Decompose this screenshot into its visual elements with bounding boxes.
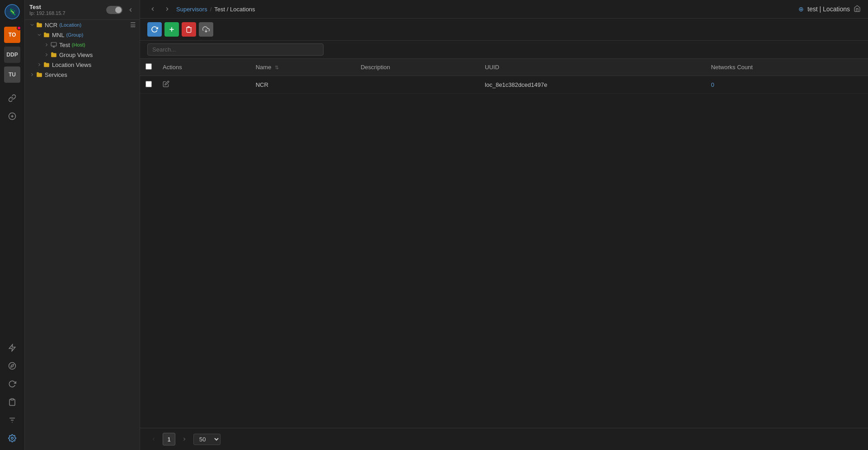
- table-row: NCR loc_8e1c382dced1497e 0: [140, 76, 868, 94]
- tree-label-group-views: Group Views: [59, 52, 93, 58]
- location-pin-icon: ⊕: [798, 5, 804, 13]
- sidebar-toggle[interactable]: [106, 6, 122, 14]
- header-actions: Actions: [157, 59, 250, 76]
- link-icon[interactable]: [4, 90, 20, 106]
- tree-menu-icon[interactable]: ☰: [130, 21, 136, 28]
- tree-label-test: Test: [59, 42, 70, 48]
- header-name-label: Name: [256, 64, 272, 71]
- tree-label-services: Services: [45, 71, 67, 78]
- chevron-right-icon: [36, 61, 43, 68]
- home-icon[interactable]: [854, 5, 861, 14]
- page-title: test | Locations: [807, 5, 850, 13]
- page-number: 1: [167, 436, 170, 443]
- export-button[interactable]: [199, 22, 213, 37]
- header-description: Description: [355, 59, 479, 76]
- settings-icon[interactable]: [4, 430, 20, 446]
- row-uuid-cell: loc_8e1c382dced1497e: [479, 76, 705, 94]
- sidebar-title: Test: [29, 4, 103, 10]
- row-name: NCR: [256, 81, 268, 88]
- host-icon: [50, 41, 57, 48]
- avatar-tu-label: TU: [9, 71, 16, 78]
- breadcrumb-supervisors[interactable]: Supervisors: [176, 6, 207, 13]
- header-uuid: UUID: [479, 59, 705, 76]
- toolbar: [140, 19, 868, 41]
- refresh-icon[interactable]: [4, 376, 20, 392]
- header-uuid-label: UUID: [485, 64, 499, 71]
- tree-item-group-views[interactable]: Group Views: [25, 50, 140, 60]
- next-page-button[interactable]: [178, 433, 191, 445]
- main-content: Supervisors / Test / Locations ⊕ test | …: [140, 0, 868, 450]
- table-header-row: Actions Name ⇅ Description UUID Networks…: [140, 59, 868, 76]
- breadcrumb-current: Test / Locations: [214, 6, 255, 13]
- svg-point-6: [9, 363, 16, 369]
- nav-forward-button[interactable]: [162, 4, 173, 14]
- add-button[interactable]: [164, 22, 179, 37]
- prev-page-button[interactable]: [147, 433, 160, 445]
- tree-item-ncr[interactable]: NCR (Location) ☰: [25, 20, 140, 30]
- sidebar-ip: Ip: 192.168.15.7: [29, 10, 103, 16]
- clipboard-icon[interactable]: [4, 394, 20, 410]
- header-checkbox-cell: [140, 59, 157, 76]
- avatar-ddp[interactable]: DDP: [4, 47, 20, 63]
- lightning-icon[interactable]: [4, 340, 20, 356]
- breadcrumb-separator: /: [210, 6, 212, 13]
- row-networks-count-link[interactable]: 0: [711, 81, 714, 88]
- svg-point-12: [11, 437, 14, 440]
- tree-tag-test: (Host): [72, 42, 85, 47]
- chevron-right-icon: [43, 41, 50, 48]
- pagination: 1 50 100 200: [140, 428, 868, 450]
- tree-item-test[interactable]: Test (Host): [25, 40, 140, 50]
- avatar-ddp-label: DDP: [6, 52, 18, 58]
- select-all-checkbox[interactable]: [145, 63, 152, 70]
- sidebar: Test Ip: 192.168.15.7 NCR (Location) ☰: [25, 0, 140, 450]
- tree-item-services[interactable]: Services: [25, 70, 140, 80]
- row-networks-count: 0: [711, 81, 714, 88]
- row-networks-count-cell: 0: [705, 76, 868, 94]
- delete-button[interactable]: [182, 22, 196, 37]
- tree-tag-mnl: (Group): [66, 32, 83, 38]
- chevron-right-icon: [43, 51, 50, 58]
- page-title-area: ⊕ test | Locations: [798, 5, 861, 14]
- filter-icon[interactable]: [4, 412, 20, 428]
- row-uuid: loc_8e1c382dced1497e: [485, 81, 547, 88]
- header-networks-count: Networks Count: [705, 59, 868, 76]
- nav-back-button[interactable]: [147, 4, 158, 14]
- svg-text:🦎: 🦎: [9, 8, 17, 16]
- compass-icon[interactable]: [4, 358, 20, 374]
- header-name[interactable]: Name ⇅: [250, 59, 355, 76]
- edit-icon[interactable]: [163, 81, 169, 89]
- page-1-button[interactable]: 1: [163, 433, 175, 445]
- header-actions-label: Actions: [163, 64, 182, 71]
- header-description-label: Description: [361, 64, 390, 71]
- sidebar-collapse-button[interactable]: [126, 5, 135, 14]
- sort-icon: ⇅: [275, 65, 279, 71]
- sidebar-header: Test Ip: 192.168.15.7: [25, 0, 140, 20]
- add-icon[interactable]: [4, 108, 20, 124]
- chevron-down-icon: [28, 21, 36, 28]
- svg-marker-5: [9, 345, 15, 351]
- refresh-button[interactable]: [147, 22, 162, 37]
- row-actions-cell: [157, 76, 250, 94]
- breadcrumb: Supervisors / Test / Locations: [176, 6, 255, 13]
- tree-label-ncr: NCR: [45, 22, 57, 28]
- tree-item-location-views[interactable]: Location Views: [25, 60, 140, 70]
- table-container: Actions Name ⇅ Description UUID Networks…: [140, 59, 868, 428]
- icon-bar: 🦎 TO DDP TU: [0, 0, 25, 450]
- search-bar: [140, 41, 868, 59]
- row-checkbox-cell: [140, 76, 157, 94]
- avatar-to-label: TO: [9, 32, 16, 38]
- avatar-to[interactable]: TO: [4, 27, 20, 43]
- tree-tag-ncr: (Location): [59, 22, 81, 28]
- icon-bar-bottom: [4, 340, 20, 446]
- row-checkbox[interactable]: [145, 81, 152, 87]
- folder-icon: [50, 51, 57, 58]
- page-size-select[interactable]: 50 100 200: [193, 434, 221, 445]
- locations-table: Actions Name ⇅ Description UUID Networks…: [140, 59, 868, 94]
- search-input[interactable]: [147, 43, 324, 56]
- avatar-tu[interactable]: TU: [4, 66, 20, 83]
- tree-item-mnl[interactable]: MNL (Group): [25, 30, 140, 40]
- folder-icon: [36, 21, 43, 28]
- folder-icon: [43, 61, 50, 68]
- svg-rect-13: [51, 43, 56, 46]
- folder-icon: [36, 71, 43, 78]
